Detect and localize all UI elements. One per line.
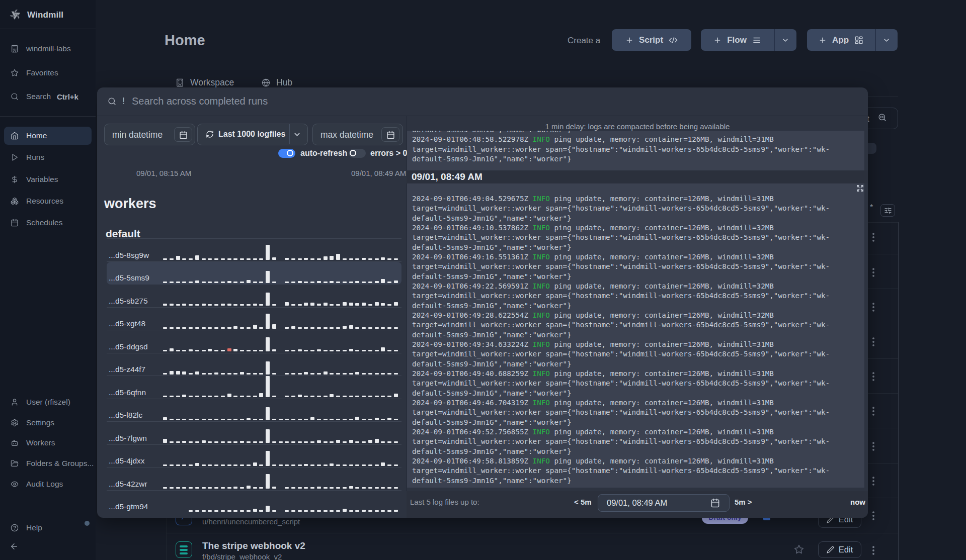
kebab-menu-icon[interactable] bbox=[872, 442, 874, 451]
row-title[interactable]: The stripe webhook v2 bbox=[202, 540, 305, 551]
calendar-button[interactable] bbox=[174, 127, 192, 142]
now-button[interactable]: now bbox=[850, 498, 865, 506]
sidebar-item-user[interactable]: User (rfiszel) bbox=[4, 393, 92, 411]
worker-row[interactable]: ...d5-sb275 bbox=[107, 285, 401, 308]
worker-activity-bar bbox=[394, 464, 398, 466]
kebab-menu-icon[interactable] bbox=[872, 268, 874, 277]
worker-activity-bar bbox=[291, 258, 295, 260]
worker-activity-bar bbox=[189, 419, 193, 420]
worker-row[interactable]: ...d5-6qfnn bbox=[107, 376, 401, 399]
sidebar-item-folders-groups[interactable]: Folders & Groups... bbox=[4, 454, 92, 473]
worker-activity-bar bbox=[317, 419, 321, 420]
tab-hub[interactable]: Hub bbox=[262, 76, 292, 88]
sidebar-item-label: Schedules bbox=[26, 218, 62, 227]
worker-row[interactable]: ...d5-7lgwn bbox=[107, 422, 401, 445]
worker-row[interactable]: ...d5-4jdxx bbox=[107, 445, 401, 468]
create-flow-button[interactable]: Flow bbox=[701, 29, 796, 51]
kebab-menu-icon[interactable] bbox=[872, 407, 874, 416]
kebab-menu-icon[interactable] bbox=[872, 511, 874, 520]
favorite-star-icon[interactable] bbox=[794, 544, 804, 554]
kebab-menu-icon[interactable] bbox=[872, 372, 874, 381]
calendar-button[interactable] bbox=[381, 127, 399, 142]
worker-activity-bar bbox=[362, 303, 366, 306]
worker-activity-bar bbox=[208, 464, 212, 466]
worker-activity-bar bbox=[285, 373, 289, 375]
footer-datetime-input[interactable]: 09/01, 08:49 AM bbox=[598, 494, 730, 512]
worker-row[interactable]: ...d5-xgt48 bbox=[107, 308, 401, 331]
worker-activity-bar bbox=[253, 282, 257, 283]
worker-row[interactable]: ...d5-5sms9 bbox=[107, 262, 401, 285]
kebab-menu-icon[interactable] bbox=[872, 337, 874, 346]
worker-activity-bar bbox=[324, 282, 328, 283]
kebab-menu-icon[interactable] bbox=[872, 303, 874, 312]
worker-activity-bar bbox=[208, 510, 212, 512]
worker-activity-bar bbox=[387, 373, 391, 375]
worker-activity-bar bbox=[375, 350, 379, 351]
runs-search-input[interactable]: Search across completed runs bbox=[132, 96, 268, 107]
sidebar-item-schedules[interactable]: Schedules bbox=[4, 214, 92, 232]
sidebar-item-home[interactable]: Home bbox=[4, 127, 92, 145]
log-timestamp: 2024-09-01T06:49:58.813859Z bbox=[412, 457, 533, 465]
worker-row[interactable]: ...d5-gtm94 bbox=[107, 491, 401, 514]
worker-activity-bar bbox=[272, 441, 276, 443]
worker-activity-bar bbox=[221, 396, 225, 397]
worker-activity-bar bbox=[381, 257, 385, 260]
worker-activity-bar bbox=[189, 258, 193, 260]
worker-activity-bar bbox=[304, 510, 308, 512]
worker-activity-bar bbox=[195, 304, 199, 306]
next-5m-button[interactable]: 5m > bbox=[735, 498, 752, 506]
worker-activity-bar bbox=[202, 304, 206, 306]
chevron-down-icon[interactable] bbox=[293, 130, 301, 139]
worker-activity-bar bbox=[214, 441, 218, 443]
min-datetime-input[interactable]: min datetime bbox=[104, 124, 195, 145]
create-app-dropdown[interactable] bbox=[875, 29, 898, 51]
errors-toggle[interactable] bbox=[349, 149, 366, 158]
tab-workspace[interactable]: Workspace bbox=[176, 76, 234, 88]
worker-row[interactable]: ...d5-42zwr bbox=[107, 468, 401, 491]
sidebar-item-help[interactable]: Help bbox=[4, 519, 92, 537]
row-path[interactable]: f/bd/stripe_webhook_v2 bbox=[202, 552, 282, 560]
sidebar-item-settings[interactable]: Settings bbox=[4, 414, 92, 432]
kebab-menu-icon[interactable] bbox=[872, 546, 874, 555]
worker-activity-bar bbox=[195, 487, 199, 489]
worker-row[interactable]: ...d5-8sg9w bbox=[107, 239, 401, 262]
sidebar-item-audit-logs[interactable]: Audit Logs bbox=[4, 475, 92, 493]
create-flow-dropdown[interactable] bbox=[774, 29, 796, 51]
sidebar-item-resources[interactable]: Resources bbox=[4, 192, 92, 210]
max-datetime-input[interactable]: max datetime bbox=[312, 124, 403, 145]
sidebar-item-workspace-switcher[interactable]: windmill-labs bbox=[4, 40, 92, 58]
sidebar-item-favorites[interactable]: Favorites bbox=[4, 64, 92, 82]
worker-row[interactable]: ...d5-z44f7 bbox=[107, 353, 401, 377]
collapse-sidebar-button[interactable] bbox=[10, 542, 19, 551]
logfiles-select[interactable]: Last 1000 logfiles bbox=[197, 124, 308, 145]
star-icon bbox=[11, 69, 19, 77]
worker-activity-bar bbox=[189, 396, 193, 397]
worker-activity-bar bbox=[202, 419, 206, 420]
worker-activity-bar bbox=[362, 464, 366, 466]
kebab-menu-icon[interactable] bbox=[872, 477, 874, 486]
code-search-icon[interactable] bbox=[878, 113, 887, 122]
filter-button[interactable] bbox=[880, 204, 895, 217]
sidebar-item-variables[interactable]: Variables bbox=[4, 170, 92, 189]
log-timestamp: 2024-09-01T06:48:58.522978Z bbox=[412, 135, 533, 143]
worker-activity-bar bbox=[330, 373, 334, 375]
auto-refresh-toggle[interactable] bbox=[278, 149, 295, 158]
sidebar-item-workers[interactable]: Workers bbox=[4, 434, 92, 452]
worker-activity-bar bbox=[253, 396, 257, 397]
worker-activity-bar bbox=[310, 258, 314, 260]
worker-activity-bar bbox=[375, 281, 379, 283]
prev-5m-button[interactable]: < 5m bbox=[574, 498, 592, 506]
create-script-button[interactable]: Script bbox=[612, 29, 691, 51]
worker-activity-bar bbox=[202, 487, 206, 489]
kebab-menu-icon[interactable] bbox=[872, 233, 874, 242]
sidebar-item-search[interactable]: Search Ctrl+k bbox=[4, 87, 92, 106]
expand-icon[interactable] bbox=[856, 184, 864, 192]
row-path[interactable]: u/henri/unencumbered_script bbox=[202, 517, 300, 526]
create-app-button[interactable]: App bbox=[807, 29, 898, 51]
worker-row[interactable]: ...d5-l82lc bbox=[107, 399, 401, 422]
worker-row[interactable]: ...d5-ddgsd bbox=[107, 330, 401, 353]
edit-button-row2[interactable]: Edit bbox=[818, 541, 861, 558]
app-logo[interactable]: Windmill bbox=[0, 0, 96, 29]
chevron-down-icon bbox=[781, 36, 789, 44]
sidebar-item-runs[interactable]: Runs bbox=[4, 148, 92, 166]
